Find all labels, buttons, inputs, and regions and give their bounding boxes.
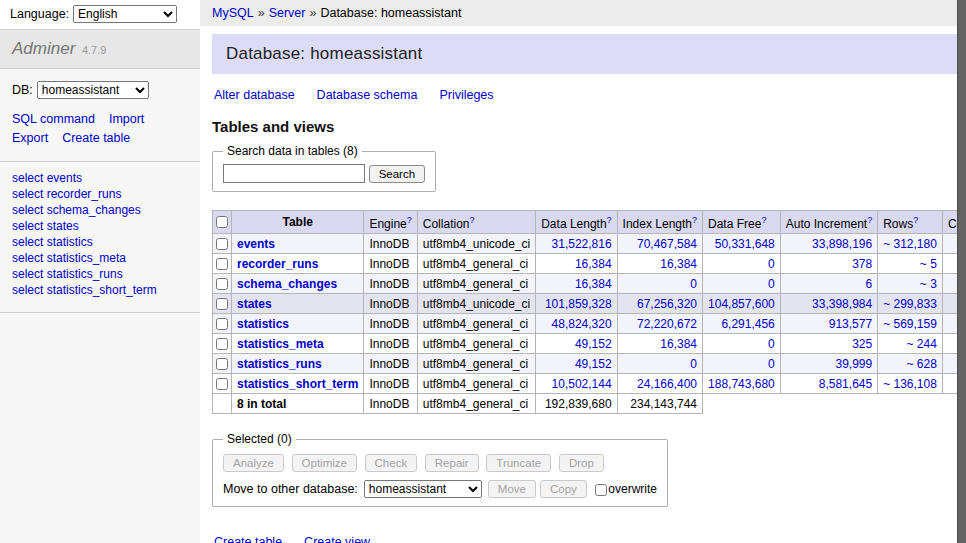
data-free-link[interactable]: 104,857,600 (708, 297, 775, 311)
auto-increment-link[interactable]: 33,898,196 (812, 237, 872, 251)
column-help-link[interactable]: ? (867, 215, 872, 225)
overwrite-checkbox[interactable] (595, 484, 607, 496)
row-checkbox[interactable] (216, 258, 228, 270)
data-free-link[interactable]: 0 (768, 337, 775, 351)
sidebar-select-statistics-runs[interactable]: select statistics_runs (12, 267, 123, 281)
auto-increment-link[interactable]: 913,577 (829, 317, 872, 331)
sidebar-select-statistics[interactable]: select statistics (12, 235, 93, 249)
database-schema-link[interactable]: Database schema (317, 88, 418, 102)
auto-increment-link[interactable]: 325 (852, 337, 872, 351)
column-help-link[interactable]: ? (692, 215, 697, 225)
data-length-link[interactable]: 31,522,816 (552, 237, 612, 251)
table-name-link[interactable]: statistics_short_term (237, 377, 358, 391)
rows-count-link[interactable]: ~ 5 (920, 257, 937, 271)
index-length-link[interactable]: 67,256,320 (637, 297, 697, 311)
move-db-select[interactable]: homeassistant (364, 480, 482, 498)
data-free-link[interactable]: 0 (768, 357, 775, 371)
index-length-link[interactable]: 0 (690, 277, 697, 291)
repair-button[interactable]: Repair (425, 454, 479, 472)
data-length-link[interactable]: 16,384 (575, 257, 612, 271)
sidebar-select-recorder-runs[interactable]: select recorder_runs (12, 187, 121, 201)
index-length-link[interactable]: 24,166,400 (637, 377, 697, 391)
row-checkbox[interactable] (216, 338, 228, 350)
row-checkbox[interactable] (216, 278, 228, 290)
rows-count-link[interactable]: ~ 3 (920, 277, 937, 291)
row-checkbox[interactable] (216, 318, 228, 330)
row-checkbox[interactable] (216, 358, 228, 370)
sidebar-select-statistics-meta[interactable]: select statistics_meta (12, 251, 126, 265)
create-table-link[interactable]: Create table (214, 535, 282, 543)
sidebar-link-import[interactable]: Import (109, 112, 144, 126)
table-name-link[interactable]: statistics (237, 317, 289, 331)
sidebar-select-statistics-short-term[interactable]: select statistics_short_term (12, 283, 157, 297)
table-name-link[interactable]: statistics_runs (237, 357, 322, 371)
db-select[interactable]: homeassistant (37, 81, 149, 99)
truncate-button[interactable]: Truncate (486, 454, 551, 472)
search-button[interactable]: Search (369, 165, 425, 183)
column-help-link[interactable]: ? (761, 215, 766, 225)
table-name-link[interactable]: schema_changes (237, 277, 337, 291)
table-name-link[interactable]: statistics_meta (237, 337, 324, 351)
analyze-button[interactable]: Analyze (223, 454, 284, 472)
check-button[interactable]: Check (365, 454, 418, 472)
index-length-link[interactable]: 16,384 (660, 257, 697, 271)
table-row-states: states InnoDB utf8mb4_unicode_ci 101,859… (213, 294, 966, 314)
data-length-link[interactable]: 16,384 (575, 277, 612, 291)
search-input[interactable] (223, 164, 365, 183)
create-view-link[interactable]: Create view (304, 535, 370, 543)
drop-button[interactable]: Drop (559, 454, 604, 472)
table-name-link[interactable]: events (237, 237, 275, 251)
data-length-link[interactable]: 49,152 (575, 337, 612, 351)
data-length-link[interactable]: 49,152 (575, 357, 612, 371)
rows-count-link[interactable]: ~ 136,108 (883, 377, 937, 391)
data-length-link[interactable]: 48,824,320 (552, 317, 612, 331)
alter-database-link[interactable]: Alter database (214, 88, 295, 102)
breadcrumb-server-link[interactable]: Server (269, 6, 306, 20)
language-select[interactable]: English (73, 5, 177, 23)
data-free-link[interactable]: 0 (768, 257, 775, 271)
data-length-link[interactable]: 10,502,144 (552, 377, 612, 391)
index-length-link[interactable]: 16,384 (660, 337, 697, 351)
auto-increment-link[interactable]: 8,581,645 (819, 377, 872, 391)
column-help-link[interactable]: ? (913, 215, 918, 225)
sidebar-link-create-table[interactable]: Create table (62, 131, 130, 145)
row-checkbox[interactable] (216, 238, 228, 250)
select-all-checkbox[interactable] (216, 216, 228, 228)
sidebar-link-sql-command[interactable]: SQL command (12, 112, 95, 126)
optimize-button[interactable]: Optimize (292, 454, 357, 472)
sidebar-select-states[interactable]: select states (12, 219, 79, 233)
data-free-link[interactable]: 50,331,648 (715, 237, 775, 251)
data-free-link[interactable]: 188,743,680 (708, 377, 775, 391)
privileges-link[interactable]: Privileges (439, 88, 493, 102)
table-name-link[interactable]: recorder_runs (237, 257, 318, 271)
row-checkbox[interactable] (216, 298, 228, 310)
copy-button[interactable]: Copy (540, 480, 587, 498)
auto-increment-link[interactable]: 378 (852, 257, 872, 271)
column-help-link[interactable]: ? (607, 215, 612, 225)
rows-count-link[interactable]: ~ 299,833 (883, 297, 937, 311)
column-help-link[interactable]: ? (469, 215, 474, 225)
sidebar-select-schema-changes[interactable]: select schema_changes (12, 203, 141, 217)
data-free-link[interactable]: 6,291,456 (721, 317, 774, 331)
index-length-link[interactable]: 72,220,672 (637, 317, 697, 331)
table-name-link[interactable]: states (237, 297, 272, 311)
move-button[interactable]: Move (488, 480, 536, 498)
breadcrumb-mysql-link[interactable]: MySQL (212, 6, 254, 20)
rows-count-link[interactable]: ~ 312,180 (883, 237, 937, 251)
data-length-link[interactable]: 101,859,328 (545, 297, 612, 311)
tables-section-title: Tables and views (212, 118, 966, 135)
column-help-link[interactable]: ? (407, 215, 412, 225)
auto-increment-link[interactable]: 6 (865, 277, 872, 291)
sidebar-link-export[interactable]: Export (12, 131, 48, 145)
auto-increment-link[interactable]: 39,999 (835, 357, 872, 371)
rows-count-link[interactable]: ~ 628 (907, 357, 937, 371)
data-free-link[interactable]: 0 (768, 277, 775, 291)
auto-increment-link[interactable]: 33,398,984 (812, 297, 872, 311)
row-checkbox[interactable] (216, 378, 228, 390)
rows-count-link[interactable]: ~ 244 (907, 337, 937, 351)
index-length-link[interactable]: 70,467,584 (637, 237, 697, 251)
index-length-link[interactable]: 0 (690, 357, 697, 371)
sidebar-select-events[interactable]: select events (12, 171, 82, 185)
rows-count-link[interactable]: ~ 569,159 (883, 317, 937, 331)
vertical-scrollbar[interactable] (957, 0, 966, 543)
